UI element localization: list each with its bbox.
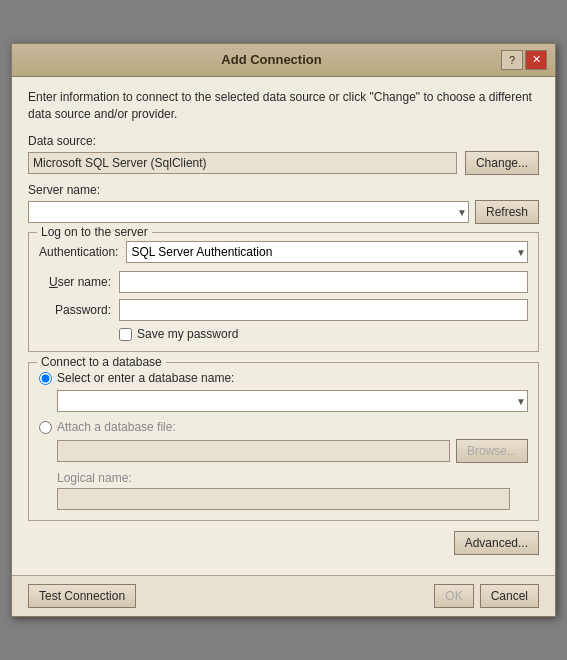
dialog-content: Enter information to connect to the sele…	[12, 77, 555, 576]
add-connection-dialog: Add Connection ? ✕ Enter information to …	[11, 43, 556, 618]
description-text: Enter information to connect to the sele…	[28, 89, 539, 123]
username-input[interactable]	[119, 271, 528, 293]
logical-name-row	[57, 488, 528, 510]
help-button[interactable]: ?	[501, 50, 523, 70]
password-label: Password:	[39, 303, 119, 317]
database-legend: Connect to a database	[37, 355, 166, 369]
advanced-row: Advanced...	[28, 531, 539, 555]
attach-db-input[interactable]	[57, 440, 450, 462]
auth-label: Authentication:	[39, 245, 118, 259]
server-name-input[interactable]	[28, 201, 469, 223]
refresh-button[interactable]: Refresh	[475, 200, 539, 224]
close-button[interactable]: ✕	[525, 50, 547, 70]
select-db-row: ▼	[57, 390, 528, 412]
test-connection-button[interactable]: Test Connection	[28, 584, 136, 608]
server-name-combo-wrapper: ▼	[28, 201, 469, 223]
ok-button[interactable]: OK	[434, 584, 473, 608]
title-bar-buttons: ? ✕	[501, 50, 547, 70]
password-input[interactable]	[119, 299, 528, 321]
server-label: Server name:	[28, 183, 539, 197]
username-row: User name:	[39, 271, 528, 293]
datasource-value: Microsoft SQL Server (SqlClient)	[28, 152, 457, 174]
cancel-button[interactable]: Cancel	[480, 584, 539, 608]
db-name-combo-wrapper: ▼	[57, 390, 528, 412]
server-group: Server name: ▼ Refresh	[28, 183, 539, 224]
save-password-checkbox[interactable]	[119, 328, 132, 341]
server-row: ▼ Refresh	[28, 200, 539, 224]
auth-row: Authentication: Windows Authentication S…	[39, 241, 528, 263]
attach-db-radio[interactable]	[39, 421, 52, 434]
logon-group: Log on to the server Authentication: Win…	[28, 232, 539, 352]
datasource-label: Data source:	[28, 134, 539, 148]
logical-name-label: Logical name:	[57, 471, 528, 485]
save-password-label: Save my password	[137, 327, 238, 341]
password-row: Password:	[39, 299, 528, 321]
select-db-label: Select or enter a database name:	[57, 371, 234, 385]
database-group: Connect to a database Select or enter a …	[28, 362, 539, 521]
attach-db-label: Attach a database file:	[57, 420, 176, 434]
db-name-input[interactable]	[57, 390, 528, 412]
change-button[interactable]: Change...	[465, 151, 539, 175]
logical-name-input[interactable]	[57, 488, 510, 510]
auth-select[interactable]: Windows Authentication SQL Server Authen…	[126, 241, 528, 263]
attach-db-row: Browse...	[57, 439, 528, 463]
logon-legend: Log on to the server	[37, 225, 152, 239]
datasource-row: Microsoft SQL Server (SqlClient) Change.…	[28, 151, 539, 175]
bottom-right-buttons: OK Cancel	[434, 584, 539, 608]
select-db-radio-option: Select or enter a database name:	[39, 371, 528, 385]
bottom-bar: Test Connection OK Cancel	[12, 575, 555, 616]
browse-button[interactable]: Browse...	[456, 439, 528, 463]
auth-combo-wrapper: Windows Authentication SQL Server Authen…	[126, 241, 528, 263]
select-db-radio[interactable]	[39, 372, 52, 385]
title-bar: Add Connection ? ✕	[12, 44, 555, 77]
datasource-group: Data source: Microsoft SQL Server (SqlCl…	[28, 134, 539, 175]
advanced-button[interactable]: Advanced...	[454, 531, 539, 555]
save-password-row: Save my password	[119, 327, 528, 341]
attach-db-radio-option: Attach a database file:	[39, 420, 528, 434]
username-label: User name:	[39, 275, 119, 289]
dialog-title: Add Connection	[42, 52, 501, 67]
